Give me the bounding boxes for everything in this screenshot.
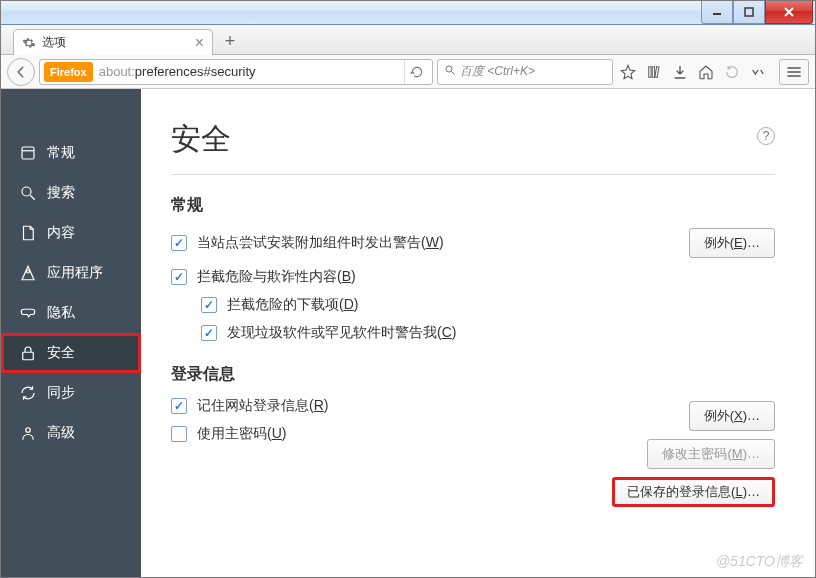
option-warn-unwanted-row: 发现垃圾软件或罕见软件时警告我(C) <box>171 324 775 342</box>
gear-icon <box>22 36 36 50</box>
svg-point-18 <box>26 428 31 433</box>
library-icon[interactable] <box>643 64 665 80</box>
minimize-button[interactable] <box>701 1 733 24</box>
content-icon <box>19 224 37 242</box>
preferences-content: 常规 搜索 内容 应用程序 隐私 安全 同步 高级 <box>1 89 815 577</box>
sync-icon <box>19 384 37 402</box>
sidebar-item-security[interactable]: 安全 <box>1 333 141 373</box>
checkbox-addon-warn[interactable] <box>171 235 187 251</box>
option-block-deceptive-row: 拦截危险与欺诈性内容(B) <box>171 268 775 286</box>
search-sidebar-icon <box>19 184 37 202</box>
checkbox-warn-unwanted[interactable] <box>201 325 217 341</box>
advanced-icon <box>19 424 37 442</box>
close-tab-icon[interactable]: × <box>195 35 204 51</box>
sidebar-item-label: 应用程序 <box>47 264 103 282</box>
search-box[interactable]: 百度 <Ctrl+K> <box>437 59 613 85</box>
option-remember-logins-row: 记住网站登录信息(R) <box>171 397 612 415</box>
sidebar-item-content[interactable]: 内容 <box>1 213 141 253</box>
privacy-icon <box>19 304 37 322</box>
svg-rect-1 <box>745 8 753 16</box>
svg-line-5 <box>452 72 455 75</box>
label-addon-warn[interactable]: 当站点尝试安装附加组件时发出警告(W) <box>197 234 444 252</box>
tab-strip: 选项 × + <box>1 25 815 55</box>
option-block-downloads-row: 拦截危险的下载项(D) <box>171 296 775 314</box>
sidebar-item-advanced[interactable]: 高级 <box>1 413 141 453</box>
lock-icon <box>19 344 37 362</box>
reload-icon[interactable] <box>404 60 428 84</box>
new-tab-button[interactable]: + <box>217 30 243 52</box>
url-text: about:preferences#security <box>99 64 398 79</box>
svg-rect-8 <box>655 66 659 77</box>
checkbox-block-deceptive[interactable] <box>171 269 187 285</box>
tab-preferences[interactable]: 选项 × <box>13 29 213 55</box>
nav-toolbar: Firefox about:preferences#security 百度 <C… <box>1 55 815 89</box>
window-title-bar <box>1 1 815 25</box>
home-icon[interactable] <box>695 64 717 80</box>
label-block-deceptive[interactable]: 拦截危险与欺诈性内容(B) <box>197 268 356 286</box>
sidebar-item-label: 安全 <box>47 344 75 362</box>
applications-icon <box>19 264 37 282</box>
url-bar[interactable]: Firefox about:preferences#security <box>39 59 433 85</box>
preferences-sidebar: 常规 搜索 内容 应用程序 隐私 安全 同步 高级 <box>1 89 141 577</box>
sidebar-item-label: 常规 <box>47 144 75 162</box>
checkbox-master-password[interactable] <box>171 426 187 442</box>
sidebar-item-sync[interactable]: 同步 <box>1 373 141 413</box>
exceptions-login-button[interactable]: 例外(X)… <box>689 401 775 431</box>
search-placeholder: 百度 <Ctrl+K> <box>460 63 535 80</box>
change-master-password-button[interactable]: 修改主密码(M)… <box>647 439 775 469</box>
watermark: @51CTO博客 <box>716 553 803 571</box>
sidebar-item-general[interactable]: 常规 <box>1 133 141 173</box>
svg-rect-12 <box>22 147 34 159</box>
svg-rect-6 <box>649 66 651 77</box>
menu-button[interactable] <box>779 59 809 85</box>
checkbox-block-downloads[interactable] <box>201 297 217 313</box>
page-title: 安全 <box>171 119 775 160</box>
checkbox-remember-logins[interactable] <box>171 398 187 414</box>
bookmark-star-icon[interactable] <box>617 64 639 80</box>
history-icon[interactable] <box>721 64 743 80</box>
sidebar-item-applications[interactable]: 应用程序 <box>1 253 141 293</box>
divider <box>171 174 775 175</box>
sidebar-item-privacy[interactable]: 隐私 <box>1 293 141 333</box>
label-remember-logins[interactable]: 记住网站登录信息(R) <box>197 397 328 415</box>
label-warn-unwanted[interactable]: 发现垃圾软件或罕见软件时警告我(C) <box>227 324 456 342</box>
section-general-heading: 常规 <box>171 195 775 216</box>
option-addon-warn-row: 当站点尝试安装附加组件时发出警告(W) 例外(E)… <box>171 228 775 258</box>
identity-badge: Firefox <box>44 62 93 82</box>
general-icon <box>19 144 37 162</box>
svg-line-15 <box>30 195 35 200</box>
close-window-button[interactable] <box>765 1 813 24</box>
sidebar-item-label: 搜索 <box>47 184 75 202</box>
svg-point-16 <box>27 270 30 273</box>
svg-point-4 <box>446 66 452 72</box>
exceptions-addon-button[interactable]: 例外(E)… <box>689 228 775 258</box>
section-login-heading: 登录信息 <box>171 364 775 385</box>
sidebar-item-search[interactable]: 搜索 <box>1 173 141 213</box>
sidebar-item-label: 内容 <box>47 224 75 242</box>
option-master-password-row: 使用主密码(U) <box>171 425 612 443</box>
saved-logins-button[interactable]: 已保存的登录信息(L)… <box>612 477 775 507</box>
svg-point-14 <box>22 187 31 196</box>
overflow-icon[interactable] <box>747 67 769 77</box>
svg-rect-17 <box>23 352 34 360</box>
sidebar-item-label: 高级 <box>47 424 75 442</box>
maximize-button[interactable] <box>733 1 765 24</box>
help-icon[interactable]: ? <box>757 127 775 145</box>
back-button[interactable] <box>7 58 35 86</box>
label-master-password[interactable]: 使用主密码(U) <box>197 425 286 443</box>
downloads-icon[interactable] <box>669 64 691 80</box>
search-icon <box>444 64 456 79</box>
svg-rect-7 <box>652 66 654 77</box>
preferences-main: ? 安全 常规 当站点尝试安装附加组件时发出警告(W) 例外(E)… 拦截危险与… <box>141 89 815 577</box>
tab-label: 选项 <box>42 34 66 51</box>
sidebar-item-label: 隐私 <box>47 304 75 322</box>
sidebar-item-label: 同步 <box>47 384 75 402</box>
label-block-downloads[interactable]: 拦截危险的下载项(D) <box>227 296 358 314</box>
